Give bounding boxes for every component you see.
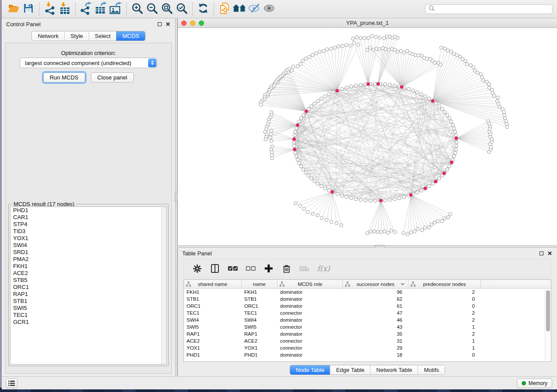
list-item[interactable]: PHD1 — [10, 207, 166, 214]
memory-label: Memory — [529, 380, 547, 386]
cell-successor-nodes: 43 — [343, 323, 408, 330]
tab-node-table[interactable]: Node Table — [290, 365, 330, 375]
panel-list-button[interactable] — [6, 378, 17, 388]
scrollbar-thumb[interactable] — [546, 290, 550, 331]
cell-name: ACE2 — [242, 337, 277, 344]
tab-style[interactable]: Style — [64, 31, 89, 41]
memory-button[interactable]: Memory — [517, 378, 552, 388]
column-header-shared-name[interactable]: shared name — [184, 280, 242, 288]
hide-selected-button[interactable] — [247, 2, 262, 16]
list-item[interactable]: STP4 — [10, 221, 166, 228]
list-item[interactable]: ORC1 — [10, 284, 166, 291]
clone-network-button[interactable] — [217, 2, 232, 16]
cell-MCDS-role: dominator — [277, 296, 343, 303]
table-row[interactable]: STB1STB1dominator620 — [184, 296, 551, 303]
list-item[interactable]: FKH1 — [10, 263, 166, 270]
dropdown-stepper-icon — [148, 58, 156, 67]
cell-predecessor-nodes: 0 — [408, 351, 481, 358]
open-file-button[interactable] — [6, 2, 21, 16]
select-all-button[interactable] — [228, 263, 238, 274]
tab-edge-table[interactable]: Edge Table — [330, 365, 370, 375]
mcds-result-list[interactable]: PHD1CAR1STP4TID3YOX1SWI4SRD1PMA2FKH1ACE2… — [10, 206, 167, 364]
table-row[interactable]: PHD1PHD1dominator180 — [184, 351, 551, 358]
import-network-icon — [43, 2, 56, 17]
zoom-out-button[interactable] — [145, 2, 159, 16]
list-item[interactable]: ACE2 — [10, 270, 166, 277]
split-panel-button[interactable] — [210, 263, 220, 274]
close-panel-icon[interactable]: ✕ — [166, 22, 170, 26]
import-table-button[interactable] — [57, 2, 72, 16]
column-header-name[interactable]: name — [242, 280, 277, 288]
mcds-panel: Optimization criterion: largest connecte… — [5, 43, 172, 374]
table-row[interactable]: RAP1RAP1dominator352 — [184, 330, 551, 337]
list-item[interactable]: STB1 — [10, 298, 166, 305]
import-network-button[interactable] — [42, 2, 57, 16]
table-row[interactable]: FKH1FKH1dominator962 — [184, 289, 551, 296]
cell-successor-nodes: 35 — [343, 330, 408, 337]
tab-network[interactable]: Network — [32, 31, 64, 41]
show-all-button[interactable] — [262, 2, 277, 16]
refresh-view-button[interactable] — [196, 2, 211, 16]
close-panel-icon[interactable]: ✕ — [547, 251, 552, 255]
cell-shared-name: SWI5 — [184, 323, 242, 330]
main-toolbar — [2, 0, 557, 18]
zoom-in-button[interactable] — [130, 2, 145, 16]
export-network-button[interactable] — [79, 2, 93, 16]
status-bar: Memory — [2, 376, 557, 389]
float-panel-icon[interactable] — [158, 22, 162, 26]
list-item[interactable]: STB5 — [10, 277, 166, 284]
cell-successor-nodes: 46 — [343, 316, 408, 323]
list-item[interactable]: TEC1 — [10, 312, 166, 319]
list-item[interactable]: GCR1 — [10, 319, 166, 326]
column-header-predecessor-nodes[interactable]: predecessor nodes — [408, 280, 481, 288]
network-view-window: YPA_prune.txt_1 — [177, 18, 557, 245]
tab-select[interactable]: Select — [89, 31, 116, 41]
criterion-dropdown[interactable]: largest connected component (undirected) — [20, 58, 157, 68]
first-neighbors-button[interactable] — [232, 2, 247, 16]
list-item[interactable]: SWI4 — [10, 242, 166, 249]
save-session-button[interactable] — [21, 2, 36, 16]
zoom-selected-button[interactable] — [174, 2, 189, 16]
optimization-criterion-label: Optimization criterion: — [6, 50, 171, 56]
table-row[interactable]: YOX1YOX1connector291 — [184, 344, 551, 351]
control-panel-tabs: NetworkStyleSelectMCDS — [2, 31, 175, 41]
table-row[interactable]: SWI4SWI4dominator462 — [184, 316, 551, 323]
zoom-fit-button[interactable] — [159, 2, 174, 16]
export-image-button[interactable] — [108, 2, 123, 16]
table-row[interactable]: SWI5SWI5connector431 — [184, 323, 551, 330]
table-row[interactable]: TEC1TEC1connector472 — [184, 309, 551, 316]
deselect-all-button[interactable] — [246, 263, 256, 274]
float-panel-icon[interactable] — [540, 251, 543, 255]
list-item[interactable]: SWI5 — [10, 305, 166, 312]
table-toolbar: f(x) — [183, 259, 551, 278]
result-list-scrollbar[interactable] — [161, 207, 166, 364]
tab-mcds[interactable]: MCDS — [116, 31, 145, 41]
add-column-button[interactable] — [263, 263, 274, 274]
column-header-MCDS-role[interactable]: MCDS role — [277, 280, 343, 288]
delete-column-button[interactable] — [281, 263, 292, 274]
search-input[interactable] — [437, 6, 549, 12]
search-field[interactable] — [425, 4, 553, 14]
cell-MCDS-role: dominator — [277, 316, 343, 323]
network-window-titlebar[interactable]: YPA_prune.txt_1 — [178, 18, 557, 28]
run-mcds-button[interactable]: Run MCDS — [43, 72, 85, 83]
list-item[interactable]: PMA2 — [10, 256, 166, 263]
close-panel-button[interactable]: Close panel — [91, 72, 134, 83]
export-table-icon — [94, 2, 108, 17]
list-item[interactable]: SRD1 — [10, 249, 166, 256]
tab-network-table[interactable]: Network Table — [370, 365, 418, 375]
list-item[interactable]: TID3 — [10, 228, 166, 235]
table-row[interactable]: ORC1ORC1dominator610 — [184, 303, 551, 309]
list-item[interactable]: CAR1 — [10, 214, 166, 221]
cell-name: SWI4 — [242, 316, 277, 323]
column-header-successor-nodes[interactable]: successor nodes — [343, 280, 408, 288]
tab-motifs[interactable]: Motifs — [418, 365, 445, 375]
export-table-button[interactable] — [93, 2, 108, 16]
open-folder-icon — [8, 3, 20, 15]
list-item[interactable]: YOX1 — [10, 235, 166, 242]
table-scrollbar[interactable] — [545, 289, 550, 361]
network-canvas[interactable] — [178, 28, 557, 245]
table-settings-button[interactable] — [192, 263, 202, 274]
table-row[interactable]: ACE2ACE2connector311 — [184, 337, 551, 344]
list-item[interactable]: RAP1 — [10, 291, 166, 298]
